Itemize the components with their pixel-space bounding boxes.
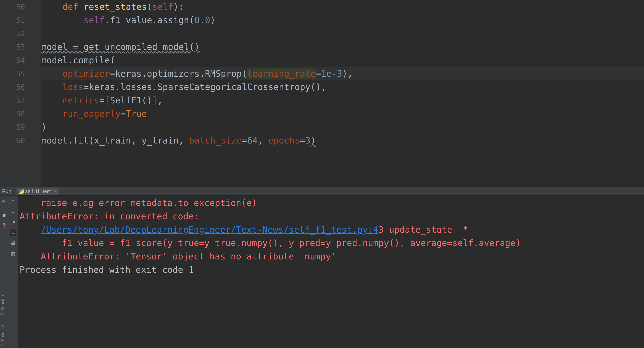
line-number: 59: [0, 120, 34, 134]
console-line: /Users/tony/Lab/DeepLearningEngineer/Tex…: [18, 223, 644, 236]
fold-cell[interactable]: [34, 94, 41, 107]
code-token: =[SelfF1()],: [99, 95, 162, 106]
code-token: optimizer: [62, 69, 110, 79]
code-token: =: [120, 109, 126, 119]
line-number: 58: [0, 107, 34, 120]
line-number: 56: [0, 80, 34, 94]
code-token: (: [189, 15, 194, 25]
code-line[interactable]: model = get_uncompiled_model(): [41, 40, 644, 54]
code-token: .f1_value.: [104, 15, 157, 25]
console-line: f1_value = f1_score(y_true=y_true.numpy(…: [18, 236, 644, 250]
side-tab-favorites[interactable]: 2: Favorites: [0, 324, 5, 345]
code-token: earning_rate: [252, 69, 316, 79]
code-token: (: [147, 2, 152, 12]
scroll-to-end-icon[interactable]: ⤓: [10, 229, 16, 236]
code-token: loss: [62, 82, 84, 92]
code-token: [41, 69, 62, 79]
run-toolbar-secondary: ↑ ↓ ⇥ ⤓ 🖶 🗑: [8, 195, 18, 348]
code-line[interactable]: model.fit(x_train, y_train, batch_size=6…: [41, 134, 644, 147]
code-token: =keras.optimizers.RMSprop(: [110, 69, 247, 79]
down-stack-icon[interactable]: ↓: [12, 208, 15, 214]
run-tool-window-header: Run: self_f1_test ×: [0, 187, 644, 195]
code-editor[interactable]: 5051525354555657585960 def reset_states(…: [0, 0, 644, 187]
close-icon[interactable]: ×: [54, 188, 56, 194]
line-number: 50: [0, 0, 34, 13]
code-area[interactable]: def reset_states(self): self.f1_value.as…: [41, 0, 644, 187]
code-line[interactable]: optimizer=keras.optimizers.RMSprop(learn…: [41, 67, 644, 80]
code-token: True: [126, 109, 147, 119]
fold-cell[interactable]: [34, 13, 41, 27]
code-token: =: [316, 69, 321, 79]
print-icon[interactable]: 🖶: [10, 240, 16, 246]
code-token: self: [84, 15, 104, 25]
code-token: model.compile(: [41, 55, 115, 65]
left-side-tabs: 7: Structure 2: Favorites: [0, 270, 6, 345]
code-token: def: [62, 2, 84, 12]
code-token: 0.0: [194, 15, 210, 25]
code-line[interactable]: metrics=[SelfF1()],: [41, 94, 644, 107]
run-tab[interactable]: self_f1_test ×: [16, 188, 59, 195]
code-token: ): [41, 122, 46, 132]
line-number-gutter: 5051525354555657585960: [0, 0, 34, 187]
code-token: assign: [157, 15, 189, 25]
code-token: ): [310, 135, 316, 146]
line-number: 57: [0, 94, 34, 107]
run-tool-window: ▶ ≡ 📍 ↑ ↓ ⇥ ⤓ 🖶 🗑 raise e.ag_error_metad…: [0, 195, 644, 348]
code-token: [41, 95, 62, 106]
fold-cell[interactable]: [34, 54, 41, 67]
python-icon: [19, 189, 24, 194]
code-token: =keras.losses.SparseCategoricalCrossentr…: [84, 82, 326, 92]
run-console[interactable]: raise e.ag_error_metadata.to_exception(e…: [18, 195, 644, 348]
code-token: [41, 15, 84, 25]
code-token: 64: [247, 135, 258, 146]
up-stack-icon[interactable]: ↑: [12, 198, 15, 204]
code-line[interactable]: [41, 27, 644, 40]
run-header-label: Run:: [2, 188, 13, 194]
code-token: =: [300, 135, 305, 146]
code-line[interactable]: run_eagerly=True: [41, 107, 644, 120]
layout-icon[interactable]: ≡: [2, 212, 6, 218]
code-token: batch_size: [189, 135, 242, 146]
code-line[interactable]: loss=keras.losses.SparseCategoricalCross…: [41, 80, 644, 94]
line-number: 54: [0, 54, 34, 67]
fold-cell[interactable]: [34, 120, 41, 134]
code-token: [41, 2, 62, 12]
fold-cell[interactable]: [34, 0, 41, 13]
side-tab-structure[interactable]: 7: Structure: [0, 294, 5, 315]
code-token: l: [247, 69, 252, 79]
code-token: metrics: [62, 95, 99, 106]
fold-cell[interactable]: [34, 40, 41, 54]
line-number: 55: [0, 67, 34, 80]
code-line[interactable]: model.compile(: [41, 54, 644, 67]
trash-icon[interactable]: 🗑: [10, 251, 16, 257]
console-line: AttributeError: 'Tensor' object has no a…: [18, 250, 644, 263]
line-number: 52: [0, 27, 34, 40]
fold-cell[interactable]: [34, 107, 41, 120]
soft-wrap-icon[interactable]: ⇥: [12, 218, 15, 225]
code-token: ):: [173, 2, 184, 12]
code-token: 1e-3: [321, 69, 342, 79]
fold-cell[interactable]: [34, 27, 41, 40]
run-play-icon[interactable]: ▶: [2, 198, 6, 204]
pin-icon[interactable]: 📍: [1, 223, 8, 229]
code-line[interactable]: ): [41, 120, 644, 134]
console-line: raise e.ag_error_metadata.to_exception(e…: [18, 196, 644, 210]
code-token: reset_states: [84, 2, 147, 12]
code-token: 3: [305, 135, 310, 146]
code-line[interactable]: self.f1_value.assign(0.0): [41, 13, 644, 27]
fold-cell[interactable]: [34, 134, 41, 147]
code-token: epochs: [268, 135, 300, 146]
code-token: run_eagerly: [62, 109, 120, 119]
code-token: ): [210, 15, 215, 25]
fold-gutter[interactable]: [34, 0, 41, 187]
code-token: model.fit(x_train, y_train,: [41, 135, 189, 146]
line-number: 60: [0, 134, 34, 147]
code-line[interactable]: def reset_states(self):: [41, 0, 644, 13]
console-line: AttributeError: in converted code:: [18, 210, 644, 223]
line-number: 51: [0, 13, 34, 27]
line-number: 53: [0, 40, 34, 54]
stacktrace-link[interactable]: /Users/tony/Lab/DeepLearningEngineer/Tex…: [41, 225, 378, 235]
code-token: [41, 109, 62, 119]
fold-cell[interactable]: [34, 80, 41, 94]
fold-cell[interactable]: [34, 67, 41, 80]
